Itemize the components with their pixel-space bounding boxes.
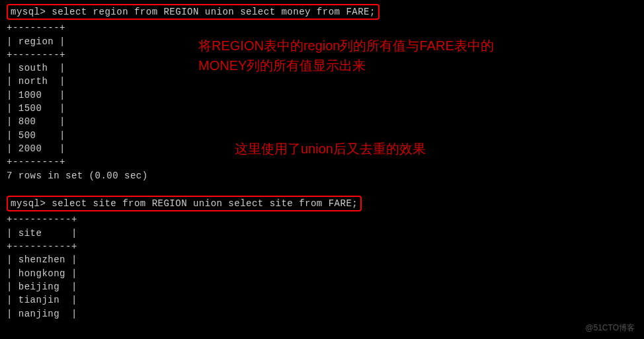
annotation-1: 将REGION表中的region列的所有值与FARE表中的 MONEY列的所有值… (198, 36, 494, 75)
query-2-highlight-box: mysql> select site from REGION union sel… (7, 196, 362, 211)
mysql-prompt-1: mysql> (11, 7, 52, 17)
table1-border-top: +--------+ (7, 21, 637, 34)
blank-line (7, 182, 637, 196)
table2-header: | site | (7, 227, 637, 240)
sql-query-2: select site from REGION union select sit… (52, 198, 358, 209)
table2-row: | tianjin | (7, 293, 637, 307)
table1-row: | 800 | (7, 115, 637, 128)
table1-row: | 1000 | (7, 89, 637, 102)
table2-row: | hongkong | (7, 267, 637, 280)
table1-row: | north | (7, 75, 637, 88)
table2-row: | shenzhen | (7, 253, 637, 266)
annotation-2: 这里使用了union后又去重的效果 (235, 139, 426, 159)
table1-row: | 1500 | (7, 102, 637, 115)
annotation-1-line-2: MONEY列的所有值显示出来 (198, 56, 494, 75)
table2-row: | beijing | (7, 280, 637, 293)
annotation-1-line-1: 将REGION表中的region列的所有值与FARE表中的 (198, 36, 494, 56)
watermark: @51CTO博客 (585, 322, 635, 334)
table1-result: 7 rows in set (0.00 sec) (7, 169, 637, 182)
sql-query-1: select region from REGION union select m… (52, 7, 376, 17)
table2-border-mid: +----------+ (7, 240, 637, 253)
table2-border-top: +----------+ (7, 213, 637, 226)
table2-row: | nanjing | (7, 307, 637, 320)
query-1-highlight-box: mysql> select region from REGION union s… (7, 4, 380, 20)
mysql-prompt-2: mysql> (11, 198, 52, 209)
